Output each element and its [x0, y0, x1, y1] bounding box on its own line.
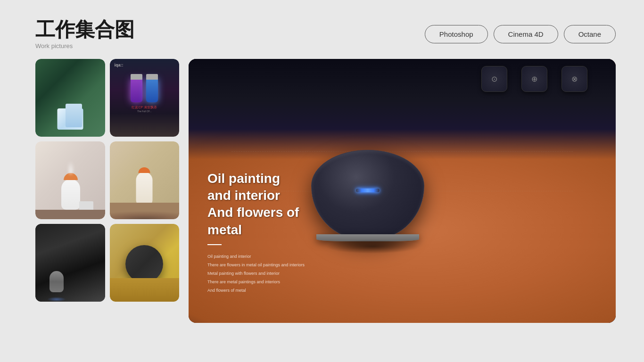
humidifier-base	[61, 179, 80, 210]
desc-line-5: And flowers of metal	[207, 286, 305, 295]
cup-glow	[47, 297, 66, 302]
humidifier-2	[136, 172, 153, 205]
table-surface	[35, 210, 105, 219]
thumbnail-5[interactable]	[35, 224, 105, 302]
dashboard-controls: ⊙ ⊕ ⊗	[481, 66, 587, 92]
control-symbol-2: ⊕	[531, 74, 537, 83]
headline-line4: metal	[207, 222, 242, 237]
bottle-cap-purple	[131, 74, 142, 80]
title-block: 工作集合图 Work pictures	[35, 19, 134, 49]
nav-buttons: Photoshop Cinema 4D Octane	[425, 25, 616, 43]
octane-button[interactable]: Octane	[564, 25, 616, 43]
headline-divider	[207, 244, 222, 245]
device-body	[311, 150, 424, 239]
device-indicator	[356, 189, 380, 192]
control-button-2: ⊕	[521, 66, 547, 92]
poster-text: 红蓝CP 满室飘香	[132, 105, 157, 110]
main-title: 工作集合图	[35, 19, 134, 41]
control-symbol-1: ⊙	[491, 74, 497, 83]
desc-line-1: Oil painting and interior	[207, 252, 305, 261]
headline-line1: Oil painting	[207, 171, 280, 186]
bottle-purple	[131, 79, 142, 102]
desc-line-4: There are metal paintings and interiors	[207, 278, 305, 286]
dashboard-area: ⊙ ⊕ ⊗	[189, 59, 616, 159]
metal-cup	[50, 271, 64, 292]
poster-subtext: The Full CP...	[137, 110, 151, 113]
main-description: Oil painting and interior There are flow…	[207, 252, 305, 295]
steam	[68, 160, 73, 174]
thumbnail-2[interactable]: iqa:: 红蓝CP 满室飘香 The Full CP...	[110, 59, 180, 137]
headline-line2: and interior	[207, 188, 280, 203]
ioa-logo: iqa::	[115, 63, 124, 67]
control-button-3: ⊗	[561, 66, 587, 92]
desc-line-2: There are flowers in metal oil paintings…	[207, 261, 305, 269]
thumbnails-panel: iqa:: 红蓝CP 满室飘香 The Full CP...	[35, 59, 186, 323]
control-symbol-3: ⊗	[571, 74, 578, 83]
thumbnail-1[interactable]	[35, 59, 105, 137]
bottle-cap-blue	[146, 74, 158, 80]
control-button-1: ⊙	[481, 66, 507, 92]
round-table	[110, 203, 180, 219]
book-stack	[79, 201, 93, 211]
humidifier-2-top	[139, 167, 150, 173]
sub-title: Work pictures	[35, 42, 134, 49]
wood-surface	[110, 278, 180, 302]
device-shadow	[325, 239, 420, 254]
thumbnail-6[interactable]	[110, 224, 180, 302]
photoshop-button[interactable]: Photoshop	[425, 25, 488, 43]
headline-line3: And flowers of	[207, 205, 299, 220]
content-area: iqa:: 红蓝CP 满室飘香 The Full CP...	[0, 59, 644, 323]
thumbnail-4[interactable]	[110, 141, 180, 219]
product-device	[311, 150, 434, 244]
bottle-blue	[146, 79, 158, 102]
product-bottles	[131, 79, 158, 102]
main-image-bg: ⊙ ⊕ ⊗	[189, 59, 616, 323]
main-image: ⊙ ⊕ ⊗	[189, 59, 616, 323]
main-headline: Oil painting and interior And flowers of…	[207, 170, 305, 239]
cinema4d-button[interactable]: Cinema 4D	[494, 25, 558, 43]
main-text-overlay: Oil painting and interior And flowers of…	[207, 170, 305, 295]
flat-device	[125, 245, 163, 283]
desc-line-3: Metal painting with flowers and interior	[207, 269, 305, 278]
thumbnail-3[interactable]	[35, 141, 105, 219]
header: 工作集合图 Work pictures Photoshop Cinema 4D …	[0, 0, 644, 59]
car-interior	[35, 224, 105, 302]
